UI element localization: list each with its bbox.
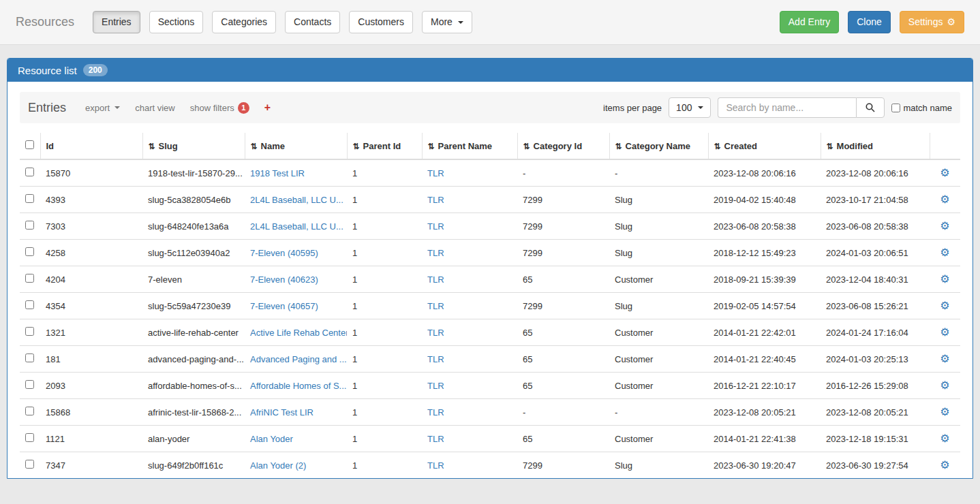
name-link[interactable]: 7-Eleven (40657) xyxy=(250,301,318,311)
name-link[interactable]: 7-Eleven (40595) xyxy=(250,248,318,258)
row-settings-button[interactable]: ⚙ xyxy=(940,300,949,311)
cell-actions: ⚙ xyxy=(930,319,960,346)
column-header-slug[interactable]: ⇅Slug xyxy=(142,133,245,159)
chart-view-link[interactable]: chart view xyxy=(135,103,175,113)
parent-name-link[interactable]: TLR xyxy=(427,195,444,205)
cell-modified: 2023-06-30 19:27:54 xyxy=(821,452,930,479)
tab-label: Entries xyxy=(102,16,132,29)
parent-name-link[interactable]: TLR xyxy=(427,274,444,285)
column-header-category-id[interactable]: ⇅Category Id xyxy=(517,133,609,159)
tab-contacts[interactable]: Contacts xyxy=(285,11,340,34)
parent-name-link[interactable]: TLR xyxy=(427,301,444,311)
parent-name-link[interactable]: TLR xyxy=(427,354,444,364)
row-checkbox[interactable] xyxy=(25,380,34,389)
cell-select xyxy=(20,266,40,293)
row-checkbox[interactable] xyxy=(25,194,34,203)
name-link[interactable]: 2L4L Baseball, LLC U... xyxy=(250,195,343,205)
parent-name-link[interactable]: TLR xyxy=(427,381,444,391)
row-settings-button[interactable]: ⚙ xyxy=(940,274,949,285)
cell-modified: 2023-12-08 20:05:21 xyxy=(821,399,930,426)
parent-name-link[interactable]: TLR xyxy=(427,460,444,471)
clone-label: Clone xyxy=(857,16,882,29)
cell-actions: ⚙ xyxy=(930,159,960,187)
row-settings-button[interactable]: ⚙ xyxy=(940,353,949,364)
table-row: 4258slug-5c112e03940a27-Eleven (40595)1T… xyxy=(20,240,960,266)
parent-name-link[interactable]: TLR xyxy=(427,407,444,418)
parent-name-link[interactable]: TLR xyxy=(427,168,444,178)
parent-name-link[interactable]: TLR xyxy=(427,328,444,338)
show-filters-link[interactable]: show filters 1 xyxy=(190,102,249,114)
row-settings-button[interactable]: ⚙ xyxy=(940,247,949,258)
row-checkbox[interactable] xyxy=(25,300,34,309)
parent-name-link[interactable]: TLR xyxy=(427,434,444,444)
row-settings-button[interactable]: ⚙ xyxy=(940,460,949,471)
row-checkbox[interactable] xyxy=(25,407,34,415)
name-link[interactable]: 2L4L Baseball, LLC U... xyxy=(250,221,343,232)
parent-name-link[interactable]: TLR xyxy=(427,221,444,232)
name-link[interactable]: Active Life Rehab Center xyxy=(250,328,347,338)
cell-created: 2023-12-08 20:06:16 xyxy=(708,159,821,187)
cell-category-name: Slug xyxy=(609,293,708,319)
select-all-header xyxy=(20,133,40,159)
settings-button[interactable]: Settings ⚙ xyxy=(900,11,964,34)
cell-id: 1121 xyxy=(40,426,142,452)
row-checkbox[interactable] xyxy=(25,433,34,442)
cell-name: 2L4L Baseball, LLC U... xyxy=(245,187,347,213)
row-checkbox[interactable] xyxy=(25,327,34,336)
column-header-category-name[interactable]: ⇅Category Name xyxy=(609,133,708,159)
add-filter-button[interactable]: + xyxy=(264,101,271,114)
row-settings-button[interactable]: ⚙ xyxy=(940,433,949,444)
tab-sections[interactable]: Sections xyxy=(149,11,204,34)
items-per-page-select[interactable]: 100 xyxy=(669,97,711,118)
cell-name: Active Life Rehab Center xyxy=(245,319,347,346)
search-input[interactable] xyxy=(718,97,856,118)
name-link[interactable]: Alan Yoder (2) xyxy=(250,460,306,471)
row-settings-button[interactable]: ⚙ xyxy=(940,221,949,232)
row-settings-button[interactable]: ⚙ xyxy=(940,168,949,178)
tab-more[interactable]: More xyxy=(422,11,472,34)
cell-name: 7-Eleven (40595) xyxy=(245,240,347,266)
cell-parent-id: 1 xyxy=(347,266,422,293)
column-header-parent-name[interactable]: ⇅Parent Name xyxy=(422,133,517,159)
name-link[interactable]: AfriNIC Test LIR xyxy=(250,407,313,418)
row-settings-button[interactable]: ⚙ xyxy=(940,407,949,418)
tab-label: Categories xyxy=(221,16,267,29)
count-badge: 200 xyxy=(83,64,108,76)
row-checkbox[interactable] xyxy=(25,353,34,362)
row-checkbox[interactable] xyxy=(25,168,34,176)
tab-entries[interactable]: Entries xyxy=(93,11,140,34)
row-checkbox[interactable] xyxy=(25,221,34,230)
name-link[interactable]: 1918 Test LIR xyxy=(250,168,305,178)
cell-name: Alan Yoder (2) xyxy=(245,452,347,479)
match-name-checkbox[interactable] xyxy=(891,104,900,112)
resource-tabs: EntriesSectionsCategoriesContactsCustome… xyxy=(93,11,472,34)
cell-parent-id: 1 xyxy=(347,373,422,399)
tab-customers[interactable]: Customers xyxy=(349,11,413,34)
chevron-down-icon xyxy=(114,106,120,109)
cell-category-id: 7299 xyxy=(517,240,609,266)
clone-button[interactable]: Clone xyxy=(848,11,891,34)
name-link[interactable]: 7-Eleven (40623) xyxy=(250,274,318,285)
name-link[interactable]: Affordable Homes of S... xyxy=(250,381,346,391)
search-button[interactable] xyxy=(856,97,885,118)
row-checkbox[interactable] xyxy=(25,460,34,469)
row-settings-button[interactable]: ⚙ xyxy=(940,194,949,205)
row-checkbox[interactable] xyxy=(25,274,34,283)
column-header-parent-id[interactable]: ⇅Parent Id xyxy=(347,133,422,159)
row-checkbox[interactable] xyxy=(25,247,34,256)
column-header-modified[interactable]: ⇅Modified xyxy=(821,133,930,159)
row-settings-button[interactable]: ⚙ xyxy=(940,380,949,391)
select-all-checkbox[interactable] xyxy=(25,140,34,149)
add-entry-button[interactable]: Add Entry xyxy=(780,11,839,34)
cell-parent-name: TLR xyxy=(422,266,517,293)
table-row: 15868afrinic-test-lir-15868-2...AfriNIC … xyxy=(20,399,960,426)
column-header-name[interactable]: ⇅Name xyxy=(245,133,347,159)
name-link[interactable]: Advanced Paging and ... xyxy=(250,354,347,364)
column-header-id[interactable]: Id xyxy=(40,133,142,159)
tab-categories[interactable]: Categories xyxy=(212,11,276,34)
export-dropdown[interactable]: export xyxy=(85,103,120,113)
row-settings-button[interactable]: ⚙ xyxy=(940,327,949,338)
parent-name-link[interactable]: TLR xyxy=(427,248,444,258)
name-link[interactable]: Alan Yoder xyxy=(250,434,293,444)
column-header-created[interactable]: ⇅Created xyxy=(708,133,821,159)
